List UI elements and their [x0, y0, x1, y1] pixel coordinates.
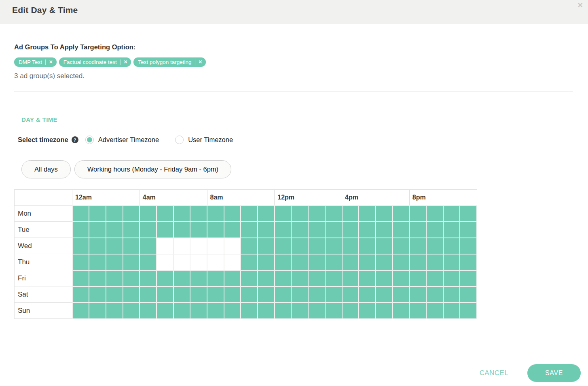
user-timezone-radio[interactable]: [175, 136, 184, 144]
schedule-cell[interactable]: [275, 206, 292, 222]
schedule-cell[interactable]: [275, 286, 292, 303]
schedule-cell[interactable]: [157, 303, 173, 319]
schedule-cell[interactable]: [258, 270, 275, 286]
schedule-cell[interactable]: [140, 222, 157, 238]
schedule-cell[interactable]: [207, 222, 224, 238]
schedule-cell[interactable]: [190, 270, 207, 286]
schedule-cell[interactable]: [275, 270, 292, 286]
schedule-cell[interactable]: [190, 303, 207, 319]
schedule-cell[interactable]: [291, 222, 308, 238]
schedule-cell[interactable]: [207, 254, 224, 270]
schedule-cell[interactable]: [224, 238, 241, 254]
schedule-cell[interactable]: [460, 286, 477, 303]
schedule-cell[interactable]: [308, 222, 325, 238]
advertiser-timezone-radio[interactable]: [85, 136, 94, 144]
schedule-cell[interactable]: [173, 270, 190, 286]
schedule-cell[interactable]: [275, 238, 292, 254]
schedule-cell[interactable]: [308, 303, 325, 319]
schedule-cell[interactable]: [426, 286, 443, 303]
schedule-cell[interactable]: [190, 222, 207, 238]
schedule-cell[interactable]: [409, 222, 426, 238]
schedule-cell[interactable]: [89, 270, 106, 286]
schedule-cell[interactable]: [325, 222, 342, 238]
schedule-cell[interactable]: [308, 206, 325, 222]
schedule-cell[interactable]: [224, 270, 241, 286]
schedule-cell[interactable]: [173, 254, 190, 270]
schedule-cell[interactable]: [342, 254, 359, 270]
schedule-cell[interactable]: [308, 270, 325, 286]
schedule-cell[interactable]: [359, 270, 376, 286]
schedule-cell[interactable]: [89, 286, 106, 303]
help-icon[interactable]: ?: [72, 136, 78, 143]
schedule-cell[interactable]: [393, 270, 410, 286]
schedule-cell[interactable]: [291, 303, 308, 319]
schedule-cell[interactable]: [258, 303, 275, 319]
schedule-cell[interactable]: [207, 286, 224, 303]
schedule-cell[interactable]: [325, 286, 342, 303]
schedule-cell[interactable]: [207, 303, 224, 319]
schedule-cell[interactable]: [409, 286, 426, 303]
schedule-cell[interactable]: [308, 286, 325, 303]
schedule-cell[interactable]: [207, 270, 224, 286]
schedule-cell[interactable]: [325, 254, 342, 270]
remove-tag-icon[interactable]: ✕: [124, 60, 128, 65]
schedule-cell[interactable]: [342, 238, 359, 254]
schedule-cell[interactable]: [123, 254, 140, 270]
schedule-cell[interactable]: [241, 270, 258, 286]
schedule-cell[interactable]: [460, 206, 477, 222]
schedule-cell[interactable]: [291, 254, 308, 270]
schedule-cell[interactable]: [106, 206, 123, 222]
schedule-cell[interactable]: [376, 222, 393, 238]
user-timezone-label[interactable]: User Timezone: [188, 136, 233, 144]
schedule-cell[interactable]: [443, 206, 460, 222]
schedule-cell[interactable]: [72, 303, 89, 319]
schedule-cell[interactable]: [241, 206, 258, 222]
schedule-cell[interactable]: [207, 238, 224, 254]
schedule-cell[interactable]: [72, 206, 89, 222]
schedule-cell[interactable]: [224, 254, 241, 270]
schedule-cell[interactable]: [190, 254, 207, 270]
schedule-cell[interactable]: [443, 303, 460, 319]
schedule-cell[interactable]: [393, 254, 410, 270]
schedule-cell[interactable]: [72, 286, 89, 303]
schedule-cell[interactable]: [140, 286, 157, 303]
schedule-cell[interactable]: [241, 286, 258, 303]
schedule-cell[interactable]: [291, 206, 308, 222]
schedule-cell[interactable]: [426, 206, 443, 222]
schedule-cell[interactable]: [426, 303, 443, 319]
schedule-cell[interactable]: [291, 286, 308, 303]
schedule-cell[interactable]: [106, 303, 123, 319]
schedule-cell[interactable]: [325, 206, 342, 222]
working-hours-button[interactable]: Working hours (Monday - Friday 9am - 6pm…: [74, 160, 231, 178]
schedule-cell[interactable]: [190, 238, 207, 254]
schedule-cell[interactable]: [460, 303, 477, 319]
schedule-cell[interactable]: [359, 206, 376, 222]
cancel-button[interactable]: CANCEL: [480, 369, 508, 377]
schedule-cell[interactable]: [72, 270, 89, 286]
schedule-cell[interactable]: [409, 238, 426, 254]
schedule-cell[interactable]: [376, 286, 393, 303]
schedule-cell[interactable]: [376, 206, 393, 222]
schedule-cell[interactable]: [443, 222, 460, 238]
schedule-cell[interactable]: [140, 254, 157, 270]
schedule-cell[interactable]: [258, 286, 275, 303]
schedule-cell[interactable]: [393, 286, 410, 303]
schedule-cell[interactable]: [409, 254, 426, 270]
schedule-cell[interactable]: [443, 238, 460, 254]
schedule-cell[interactable]: [359, 303, 376, 319]
schedule-cell[interactable]: [359, 238, 376, 254]
schedule-cell[interactable]: [393, 222, 410, 238]
schedule-cell[interactable]: [426, 254, 443, 270]
schedule-cell[interactable]: [426, 238, 443, 254]
advertiser-timezone-label[interactable]: Advertiser Timezone: [98, 136, 159, 144]
schedule-cell[interactable]: [72, 222, 89, 238]
schedule-cell[interactable]: [342, 286, 359, 303]
schedule-cell[interactable]: [342, 303, 359, 319]
schedule-cell[interactable]: [106, 238, 123, 254]
schedule-cell[interactable]: [140, 206, 157, 222]
schedule-cell[interactable]: [173, 238, 190, 254]
schedule-cell[interactable]: [308, 254, 325, 270]
schedule-cell[interactable]: [443, 270, 460, 286]
schedule-cell[interactable]: [376, 238, 393, 254]
schedule-cell[interactable]: [72, 254, 89, 270]
